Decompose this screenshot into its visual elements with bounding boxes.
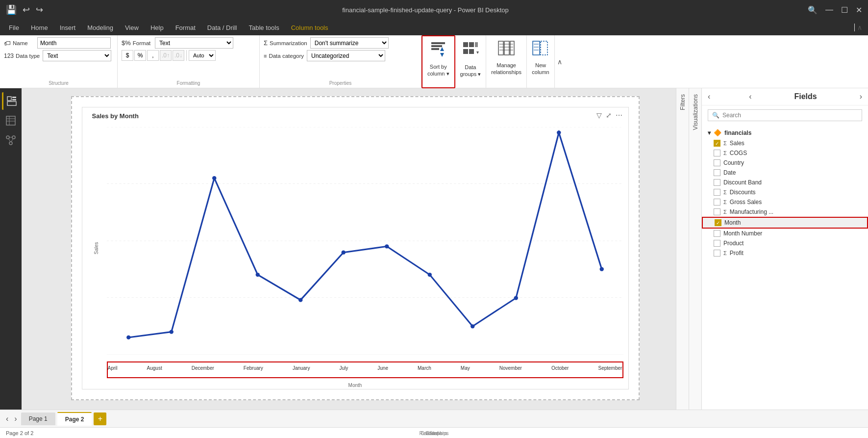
field-cogs[interactable]: Σ COGS xyxy=(702,148,868,158)
datacategory-select[interactable]: Uncategorized Country City xyxy=(307,50,385,61)
ribbon-collapse-right[interactable]: ∧ xyxy=(554,35,564,88)
add-page-button[interactable]: + xyxy=(94,412,106,425)
search-box[interactable]: 🔍 xyxy=(708,109,862,121)
menu-file[interactable]: File xyxy=(4,22,24,33)
svg-point-31 xyxy=(12,136,15,139)
menu-table-tools[interactable]: Table tools xyxy=(244,22,284,33)
svg-line-34 xyxy=(8,138,10,142)
field-sales[interactable]: ✓ Σ Sales xyxy=(702,138,868,148)
field-checkbox-sales[interactable]: ✓ xyxy=(714,140,720,147)
menu-format[interactable]: Format xyxy=(171,22,200,33)
new-column-button[interactable]: Newcolumn Calculations xyxy=(527,35,554,88)
redo-icon[interactable]: ↪ xyxy=(36,4,43,15)
more-options-icon[interactable]: ⋯ xyxy=(616,111,622,119)
page-tab-2[interactable]: Page 2 xyxy=(57,412,92,426)
report-view-icon[interactable] xyxy=(2,92,20,110)
report-canvas[interactable]: ▽ ⤢ ⋯ Sales by Month Sales 20M xyxy=(71,96,640,400)
visualizations-tab[interactable]: Visualizations xyxy=(689,88,701,410)
expand-chart-icon[interactable]: ⤢ xyxy=(606,111,612,119)
svg-text:▾: ▾ xyxy=(476,50,479,55)
name-input[interactable] xyxy=(37,37,111,49)
field-discounts[interactable]: Σ Discounts xyxy=(702,187,868,197)
field-profit[interactable]: Σ Profit xyxy=(702,248,868,258)
summarization-select[interactable]: Don't summarize Sum Average Count xyxy=(310,37,389,49)
dec-increase-button[interactable]: .0↑ xyxy=(160,50,172,61)
auto-combo[interactable]: Auto xyxy=(189,50,216,61)
field-checkbox-manufacturing[interactable] xyxy=(714,208,720,215)
field-month[interactable]: ✓ Month xyxy=(702,217,868,229)
close-button[interactable]: ✕ xyxy=(856,5,862,15)
field-product[interactable]: Product xyxy=(702,238,868,248)
svg-line-35 xyxy=(11,138,13,142)
dec-decrease-button[interactable]: .0↓ xyxy=(173,50,184,61)
menu-view[interactable]: View xyxy=(120,22,144,33)
svg-rect-24 xyxy=(12,99,16,101)
filters-label: Filters xyxy=(679,94,686,110)
field-checkbox-product[interactable] xyxy=(714,240,720,247)
model-view-icon[interactable] xyxy=(2,131,20,149)
field-checkbox-month[interactable]: ✓ xyxy=(715,219,721,226)
page-nav-right[interactable]: › xyxy=(12,413,19,424)
field-label-profit: Profit xyxy=(730,250,744,257)
field-checkbox-discounts[interactable] xyxy=(714,189,720,196)
panel-nav-forward[interactable]: › xyxy=(860,92,862,101)
sort-by-column-button[interactable]: Sort bycolumn ▾ Sort xyxy=(422,35,455,88)
currency-button[interactable]: $ xyxy=(122,50,133,61)
menu-home[interactable]: Home xyxy=(26,22,53,33)
sigma-icon-discounts: Σ xyxy=(723,189,727,195)
field-label-month-number: Month Number xyxy=(723,230,762,237)
panel-nav: ‹ ‹ Fields › xyxy=(702,88,868,105)
menu-help[interactable]: Help xyxy=(146,22,169,33)
datacategory-row: ≡ Data category Uncategorized Country Ci… xyxy=(264,50,417,61)
panel-nav-back[interactable]: ‹ xyxy=(708,92,710,101)
svg-rect-7 xyxy=(469,42,474,47)
search-input[interactable] xyxy=(722,112,858,119)
menu-insert[interactable]: Insert xyxy=(55,22,81,33)
panel-nav-back2[interactable]: ‹ xyxy=(749,92,751,101)
filter-chart-icon[interactable]: ▽ xyxy=(596,111,602,119)
field-checkbox-profit[interactable] xyxy=(714,250,720,257)
save-icon[interactable]: 💾 xyxy=(6,4,17,15)
canvas-area: ▽ ⤢ ⋯ Sales by Month Sales 20M xyxy=(22,88,689,410)
x-label-november: November xyxy=(499,365,522,371)
comma-button[interactable]: , xyxy=(147,50,159,61)
y-axis-label: Sales xyxy=(94,242,99,254)
x-label-september: September xyxy=(598,365,622,371)
menu-data-drill[interactable]: Data / Drill xyxy=(202,22,242,33)
data-view-icon[interactable] xyxy=(2,112,20,129)
field-group-financials[interactable]: ▾ 🔶 financials xyxy=(702,127,868,138)
page-nav-left[interactable]: ‹ xyxy=(4,413,10,424)
field-month-number[interactable]: Month Number xyxy=(702,229,868,238)
manage-relationships-button[interactable]: Managerelationships Relationships xyxy=(486,35,527,88)
undo-icon[interactable]: ↩ xyxy=(23,4,30,15)
format-label: $% Format xyxy=(122,39,152,47)
filters-tab[interactable]: Filters xyxy=(676,88,689,410)
field-country[interactable]: Country xyxy=(702,158,868,168)
field-checkbox-discount-band[interactable] xyxy=(714,179,720,186)
new-column-label: Newcolumn xyxy=(532,62,549,76)
field-gross-sales[interactable]: Σ Gross Sales xyxy=(702,197,868,207)
field-checkbox-gross-sales[interactable] xyxy=(714,199,720,206)
datatype-select[interactable]: Text Whole Number Decimal Number xyxy=(43,50,111,61)
percent-button[interactable]: % xyxy=(134,50,146,61)
minimize-button[interactable]: — xyxy=(825,5,833,15)
format-select[interactable]: Text General Number xyxy=(155,37,233,49)
line-chart: 20M 15M 10M 5M xyxy=(107,127,623,355)
menu-modeling[interactable]: Modeling xyxy=(82,22,118,33)
data-groups-button[interactable]: ▾ Datagroups ▾ Groups xyxy=(455,35,487,88)
maximize-button[interactable]: ☐ xyxy=(841,5,848,15)
field-checkbox-cogs[interactable] xyxy=(714,150,720,156)
field-discount-band[interactable]: Discount Band xyxy=(702,178,868,187)
svg-rect-18 xyxy=(541,41,547,55)
field-manufacturing[interactable]: Σ Manufacturing ... xyxy=(702,207,868,217)
menu-column-tools[interactable]: Column tools xyxy=(286,22,333,33)
field-checkbox-country[interactable] xyxy=(714,159,720,166)
field-checkbox-month-number[interactable] xyxy=(714,230,720,237)
ribbon-collapse-button[interactable]: ∧ xyxy=(854,24,864,31)
page-tab-1[interactable]: Page 1 xyxy=(21,412,55,425)
svg-rect-2 xyxy=(431,48,439,50)
field-checkbox-date[interactable] xyxy=(714,169,720,176)
title-search-icon[interactable]: 🔍 xyxy=(808,5,818,15)
field-date[interactable]: Date xyxy=(702,168,868,178)
x-label-june: June xyxy=(377,365,388,371)
